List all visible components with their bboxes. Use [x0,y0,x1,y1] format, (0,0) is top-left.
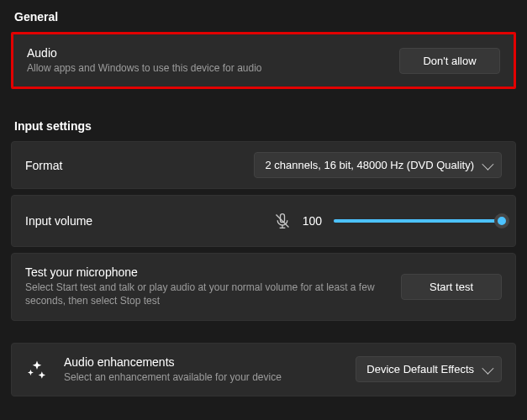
format-label: Format [25,159,62,172]
format-dropdown[interactable]: 2 channels, 16 bit, 48000 Hz (DVD Qualit… [254,152,502,178]
start-test-button[interactable]: Start test [401,274,502,300]
general-header: General [11,8,516,32]
enhancements-title: Audio enhancements [64,355,282,369]
chevron-down-icon [482,362,493,374]
input-settings-header: Input settings [11,118,516,141]
input-volume-controls: 100 [274,211,502,231]
input-volume-row: Input volume 100 [11,195,516,247]
enhancements-subtitle: Select an enhancement available for your… [64,370,282,384]
slider-fill [334,219,502,223]
dont-allow-button[interactable]: Don't allow [399,48,500,74]
test-microphone-row: Test your microphone Select Start test a… [11,253,516,320]
test-mic-subtitle: Select Start test and talk or play audio… [25,281,387,307]
audio-enhancements-row[interactable]: Audio enhancements Select an enhancement… [11,343,516,396]
slider-thumb[interactable] [494,213,509,228]
volume-slider[interactable] [334,213,502,228]
enhancements-dropdown[interactable]: Device Default Effects [356,356,502,382]
enhancements-selected: Device Default Effects [366,363,474,375]
audio-title: Audio [27,46,386,60]
test-mic-title: Test your microphone [25,265,387,279]
enhancements-text: Audio enhancements Select an enhancement… [64,355,282,384]
audio-permission-text: Audio Allow apps and Windows to use this… [27,46,399,75]
sparkle-icon [25,358,49,381]
format-selected: 2 channels, 16 bit, 48000 Hz (DVD Qualit… [265,159,474,171]
format-row[interactable]: Format 2 channels, 16 bit, 48000 Hz (DVD… [11,141,516,189]
audio-permission-card: Audio Allow apps and Windows to use this… [11,32,516,89]
mic-muted-icon[interactable] [274,211,291,231]
test-mic-text: Test your microphone Select Start test a… [25,265,401,307]
volume-value: 100 [303,214,322,228]
chevron-down-icon [482,158,493,170]
audio-subtitle: Allow apps and Windows to use this devic… [27,61,386,75]
input-volume-label: Input volume [25,214,92,228]
enhancements-left: Audio enhancements Select an enhancement… [25,355,282,384]
